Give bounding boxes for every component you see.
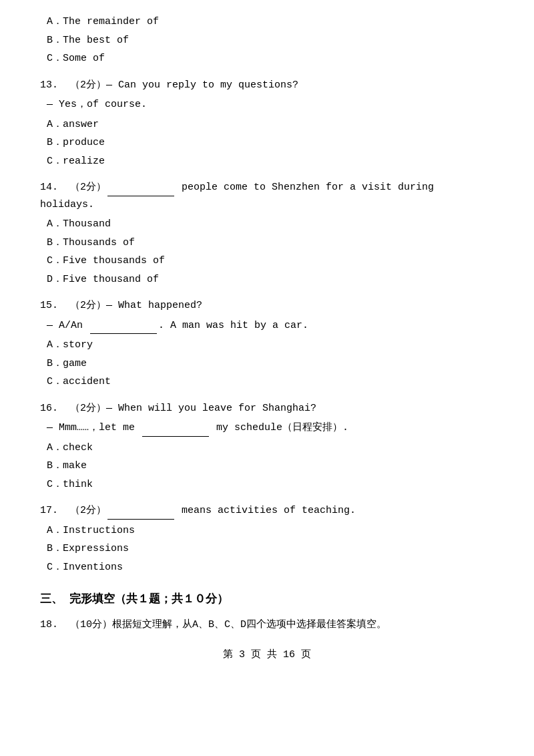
section-3-title: 三、 完形填空（共１题；共１０分）	[40, 593, 228, 606]
option-b: B．The best of	[47, 32, 494, 49]
q17-option-b: B．Expressions	[47, 540, 494, 558]
q14-option-a: A．Thousand	[47, 216, 494, 233]
q16-option-a: A．check	[47, 439, 494, 457]
q18-prompt: 18. （10分）根据短文理解，从A、B、C、D四个选项中选择最佳答案填空。	[40, 616, 494, 634]
q17-prompt: 17. （2分） means activities of teaching.	[40, 502, 494, 520]
q13-option-a: A．answer	[47, 116, 494, 134]
question-14: 14. （2分） people come to Shenzhen for a v…	[40, 179, 494, 288]
q13-dialogue: — Yes，of course.	[47, 96, 494, 114]
page-footer: 第 3 页 共 16 页	[40, 646, 494, 664]
question-16: 16. （2分）— When will you leave for Shangh…	[40, 400, 494, 494]
q17-option-c: C．Inventions	[47, 559, 494, 576]
q15-option-c: C．accident	[47, 373, 494, 391]
q12-options: A．The remainder of B．The best of C．Some …	[40, 13, 494, 67]
q16-prompt: 16. （2分）— When will you leave for Shangh…	[40, 400, 494, 417]
q13-response: — Yes，of course.	[47, 99, 147, 110]
page-number: 第 3 页 共 16 页	[223, 649, 311, 660]
q13-prompt: 13. （2分）— Can you reply to my questions?	[40, 77, 494, 94]
q15-prompt: 15. （2分）— What happened?	[40, 297, 494, 315]
q17-option-a: A．Instructions	[47, 522, 494, 540]
q13-option-b: B．produce	[47, 134, 494, 152]
q14-option-c: C．Five thousands of	[47, 252, 494, 270]
option-letter: A．The remainder of	[47, 16, 159, 27]
question-18: 18. （10分）根据短文理解，从A、B、C、D四个选项中选择最佳答案填空。	[40, 616, 494, 634]
option-letter: B．The best of	[47, 35, 129, 46]
q16-dialogue: — Mmm……，let me my schedule（日程安排）.	[47, 419, 494, 437]
section-3-header: 三、 完形填空（共１题；共１０分）	[40, 590, 494, 610]
question-17: 17. （2分） means activities of teaching. A…	[40, 502, 494, 576]
q16-option-c: C．think	[47, 476, 494, 494]
q14-option-b: B．Thousands of	[47, 234, 494, 252]
q14-option-d: D．Five thousand of	[47, 271, 494, 289]
q13-number: 13. （2分）— Can you reply to my questions?	[40, 79, 298, 91]
q15-dialogue: — A/An . A man was hit by a car.	[47, 317, 494, 335]
option-a: A．The remainder of	[47, 13, 494, 31]
question-13: 13. （2分）— Can you reply to my questions?…	[40, 77, 494, 170]
option-letter: C．Some of	[47, 53, 105, 64]
q13-option-c: C．realize	[47, 153, 494, 170]
q15-option-a: A．story	[47, 337, 494, 354]
option-c: C．Some of	[47, 50, 494, 67]
question-15: 15. （2分）— What happened? — A/An . A man …	[40, 297, 494, 391]
q14-prompt: 14. （2分） people come to Shenzhen for a v…	[40, 179, 494, 213]
q16-option-b: B．make	[47, 457, 494, 475]
q15-option-b: B．game	[47, 355, 494, 373]
